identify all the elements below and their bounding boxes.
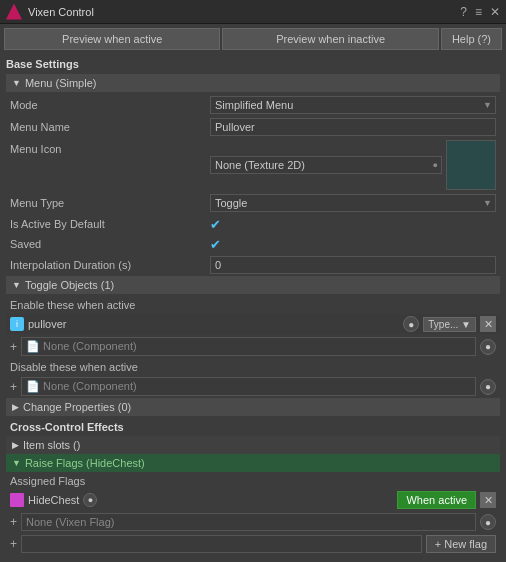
mode-dropdown[interactable]: Simplified Menu [210,96,496,114]
interpolation-duration-value [210,256,496,274]
change-properties-arrow-icon: ▶ [12,402,19,412]
mode-row: Mode Simplified Menu ▼ [6,94,500,116]
raise-flags-arrow-icon: ▼ [12,458,21,468]
item-slots-row[interactable]: ▶ Item slots () [6,436,500,454]
menu-icon-value: None (Texture 2D) ● [210,140,496,190]
mode-value: Simplified Menu ▼ [210,96,496,114]
saved-row: Saved ✔ [6,234,500,254]
add-flag-plus-icon[interactable]: + [10,515,17,529]
menu-name-value [210,118,496,136]
toggle-objects-label: Toggle Objects (1) [25,279,114,291]
saved-check-icon[interactable]: ✔ [210,237,221,252]
new-flag-plus-icon[interactable]: + [10,537,17,551]
interpolation-duration-input[interactable] [210,256,496,274]
pullover-object-name: pullover [28,318,399,330]
menu-icon-preview [446,140,496,190]
menu-type-label: Menu Type [10,197,210,209]
help-icon[interactable]: ? [460,5,467,19]
menu-icon-row: Menu Icon None (Texture 2D) ● [6,138,500,192]
menu-group-label: Menu (Simple) [25,77,97,89]
enable-none-component: 📄 None (Component) [21,337,476,356]
add-disable-row: + 📄 None (Component) ● [6,375,500,398]
menu-icon-label: Menu Icon [10,140,210,155]
toggle-objects-header[interactable]: ▼ Toggle Objects (1) [6,276,500,294]
change-properties-header[interactable]: ▶ Change Properties (0) [6,398,500,416]
new-flag-row: + + New flag [6,533,500,554]
menu-type-value: Toggle ▼ [210,194,496,212]
menu-name-label: Menu Name [10,121,210,133]
mode-label: Mode [10,99,210,111]
title-bar-icons: ? ≡ ✕ [460,5,500,19]
app-logo-icon [6,4,22,20]
hide-chest-remove-btn[interactable]: ✕ [480,492,496,508]
new-flag-btn[interactable]: + New flag [426,535,496,553]
menu-type-dropdown[interactable]: Toggle [210,194,496,212]
disable-none-component: 📄 None (Component) [21,377,476,396]
none-vixen-flag: None (Vixen Flag) [21,513,476,531]
toggle-arrow-icon: ▼ [12,280,21,290]
hide-chest-flag-name: HideChest [28,494,79,506]
is-active-default-row: Is Active By Default ✔ [6,214,500,234]
close-icon[interactable]: ✕ [490,5,500,19]
when-active-btn[interactable]: When active [397,491,476,509]
pullover-type-btn[interactable]: Type... ▼ [423,317,476,332]
disable-when-active-label: Disable these when active [6,358,500,375]
saved-label: Saved [10,238,210,250]
interpolation-duration-label: Interpolation Duration (s) [10,259,210,271]
main-content: Base Settings ▼ Menu (Simple) Mode Simpl… [0,50,506,554]
preview-tabs-bar: Preview when active Preview when inactiv… [0,24,506,50]
raise-flags-header[interactable]: ▼ Raise Flags (HideChest) [6,454,500,472]
menu-icon-dropdown[interactable]: None (Texture 2D) [210,156,442,174]
change-properties-label: Change Properties (0) [23,401,131,413]
help-tab[interactable]: Help (?) [441,28,502,50]
menu-icon[interactable]: ≡ [475,5,482,19]
is-active-default-label: Is Active By Default [10,218,210,230]
menu-icon-dropdown-wrapper: None (Texture 2D) ● [210,156,442,174]
hide-chest-circle-btn[interactable]: ● [83,493,97,507]
pullover-object-icon: i [10,317,24,331]
new-flag-input[interactable] [21,535,422,553]
hide-chest-flag-icon [10,493,24,507]
preview-inactive-tab[interactable]: Preview when inactive [222,28,438,50]
app-title: Vixen Control [28,6,454,18]
is-active-default-value: ✔ [210,217,496,232]
add-enable-plus-icon[interactable]: + [10,340,17,354]
cross-control-label: Cross-Control Effects [6,418,500,436]
mode-dropdown-wrapper: Simplified Menu ▼ [210,96,496,114]
title-bar: Vixen Control ? ≡ ✕ [0,0,506,24]
raise-flags-label: Raise Flags (HideChest) [25,457,145,469]
saved-value: ✔ [210,237,496,252]
pullover-remove-btn[interactable]: ✕ [480,316,496,332]
none-flag-circle-btn[interactable]: ● [480,514,496,530]
disable-none-circle-btn[interactable]: ● [480,379,496,395]
hide-chest-flag-row: HideChest ● When active ✕ [6,489,500,511]
menu-arrow-icon: ▼ [12,78,21,88]
interpolation-duration-row: Interpolation Duration (s) [6,254,500,276]
menu-type-row: Menu Type Toggle ▼ [6,192,500,214]
preview-active-tab[interactable]: Preview when active [4,28,220,50]
add-disable-plus-icon[interactable]: + [10,380,17,394]
pullover-object-row: i pullover ● Type... ▼ ✕ [6,314,500,334]
enable-none-circle-btn[interactable]: ● [480,339,496,355]
enable-when-active-label: Enable these when active [6,296,500,313]
item-slots-label: Item slots () [23,439,80,451]
menu-name-input[interactable] [210,118,496,136]
menu-name-row: Menu Name [6,116,500,138]
pullover-circle-btn[interactable]: ● [403,316,419,332]
is-active-default-check-icon[interactable]: ✔ [210,217,221,232]
base-settings-header: Base Settings [6,56,500,74]
assigned-flags-label: Assigned Flags [6,472,500,489]
menu-group-header[interactable]: ▼ Menu (Simple) [6,74,500,92]
item-slots-arrow-icon: ▶ [12,440,19,450]
add-enable-row: + 📄 None (Component) ● [6,335,500,358]
add-flag-row: + None (Vixen Flag) ● [6,511,500,533]
menu-type-dropdown-wrapper: Toggle ▼ [210,194,496,212]
